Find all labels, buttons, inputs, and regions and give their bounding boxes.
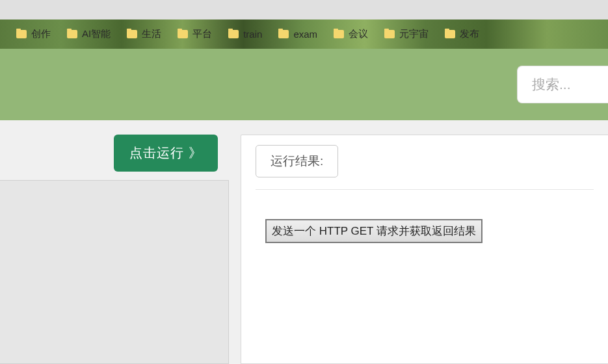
bookmark-item-fabu[interactable]: 发布	[438, 25, 486, 43]
bookmark-label: train	[243, 29, 262, 40]
browser-chrome-top	[0, 0, 608, 20]
code-editor-area[interactable]	[0, 180, 229, 364]
bookmark-item-huiyi[interactable]: 会议	[327, 25, 375, 43]
bookmark-item-chuangzuo[interactable]: 创作	[10, 25, 57, 43]
result-panel: 运行结果: 发送一个 HTTP GET 请求并获取返回结果	[241, 135, 608, 364]
folder-icon	[67, 30, 77, 38]
bookmarks-bar: 创作 AI智能 生活 平台 train exam 会议 元宇宙 发布	[0, 20, 608, 49]
bookmark-item-yuanyuzhou[interactable]: 元宇宙	[378, 25, 435, 43]
search-input[interactable]	[517, 66, 608, 103]
left-panel: 点击运行 》	[0, 135, 229, 364]
main-content: 点击运行 》 运行结果: 发送一个 HTTP GET 请求并获取返回结果	[0, 120, 608, 364]
folder-icon	[334, 30, 344, 38]
bookmark-label: 平台	[192, 28, 212, 40]
bookmark-item-exam[interactable]: exam	[272, 26, 324, 42]
bookmark-label: AI智能	[82, 28, 111, 40]
bookmark-label: 会议	[349, 28, 368, 40]
run-button[interactable]: 点击运行 》	[114, 135, 218, 172]
folder-icon	[127, 30, 137, 38]
bookmark-label: 发布	[460, 28, 479, 40]
folder-icon	[16, 30, 27, 38]
bookmark-item-pingtai[interactable]: 平台	[171, 25, 218, 43]
folder-icon	[445, 30, 455, 38]
bookmark-label: 生活	[142, 28, 161, 40]
folder-icon	[178, 30, 188, 38]
result-header-label: 运行结果:	[256, 145, 338, 177]
folder-icon	[228, 30, 239, 38]
run-button-row: 点击运行 》	[0, 135, 229, 180]
bookmark-item-train[interactable]: train	[222, 26, 269, 42]
bookmark-item-shenghuo[interactable]: 生活	[120, 25, 168, 43]
result-header: 运行结果:	[256, 145, 594, 190]
folder-icon	[384, 30, 395, 38]
bookmark-label: exam	[293, 29, 317, 40]
bookmark-label: 元宇宙	[399, 28, 429, 40]
folder-icon	[278, 30, 289, 38]
send-http-get-button[interactable]: 发送一个 HTTP GET 请求并获取返回结果	[265, 219, 482, 243]
page-header	[0, 49, 608, 120]
bookmark-label: 创作	[31, 28, 51, 40]
result-body: 发送一个 HTTP GET 请求并获取返回结果	[256, 190, 594, 354]
bookmark-item-ai[interactable]: AI智能	[60, 25, 117, 43]
